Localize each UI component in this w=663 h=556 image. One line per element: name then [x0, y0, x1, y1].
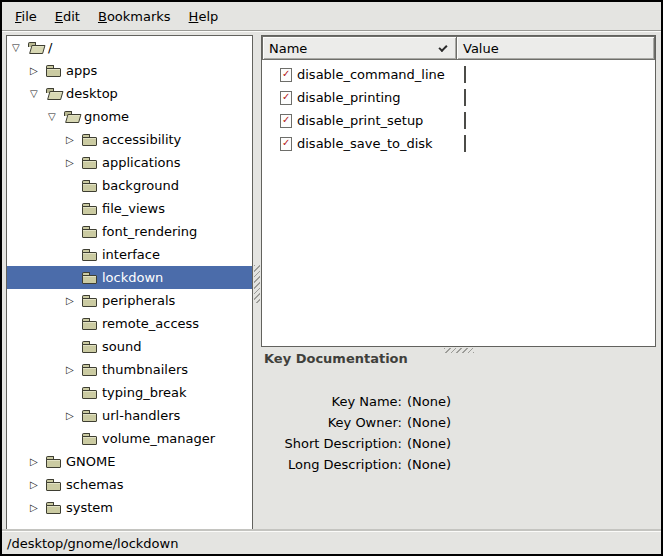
tree-item-accessibility[interactable]: ▷ accessibility	[7, 128, 252, 151]
menu-file[interactable]: File	[6, 5, 46, 28]
folder-icon	[82, 133, 101, 147]
gconf-editor-window: File Edit Bookmarks Help ▽ / ▷ apps ▽ de…	[0, 0, 663, 556]
key-row-disable-save-to-disk[interactable]: disable_save_to_disk	[262, 132, 655, 155]
expander-collapsed-icon[interactable]: ▷	[30, 496, 46, 519]
value-checkbox[interactable]	[464, 89, 466, 106]
tree-item-root[interactable]: ▽ /	[7, 36, 252, 59]
folder-open-icon	[64, 110, 83, 124]
expander-expanded-icon[interactable]: ▽	[12, 36, 28, 59]
doc-field-key-owner: Key Owner: (None)	[261, 412, 659, 433]
divider-grip-icon[interactable]	[254, 265, 260, 303]
folder-icon	[82, 363, 101, 377]
tree-item-thumbnailers[interactable]: ▷ thumbnailers	[7, 358, 252, 381]
sort-descending-icon	[439, 45, 447, 50]
tree-item-background[interactable]: background	[7, 174, 252, 197]
current-path: /desktop/gnome/lockdown	[7, 536, 178, 551]
boolean-key-icon	[280, 137, 292, 151]
folder-icon	[82, 294, 101, 308]
folder-icon	[82, 271, 101, 285]
folder-icon	[82, 340, 101, 354]
tree-item-gnome-caps[interactable]: ▷ GNOME	[7, 450, 252, 473]
menu-help[interactable]: Help	[180, 5, 228, 28]
tree-item-sound[interactable]: sound	[7, 335, 252, 358]
tree-item-font-rendering[interactable]: font_rendering	[7, 220, 252, 243]
tree-item-peripherals[interactable]: ▷ peripherals	[7, 289, 252, 312]
expander-collapsed-icon[interactable]: ▷	[66, 289, 82, 312]
key-list-header: Name Value	[262, 36, 655, 60]
folder-icon	[82, 432, 101, 446]
boolean-key-icon	[280, 114, 292, 128]
value-checkbox[interactable]	[464, 112, 466, 129]
key-list: Name Value disable_command_line disable_…	[261, 35, 656, 347]
tree-item-typing-break[interactable]: typing_break	[7, 381, 252, 404]
menu-edit[interactable]: Edit	[46, 5, 89, 28]
statusbar: /desktop/gnome/lockdown	[2, 531, 661, 554]
tree-item-schemas[interactable]: ▷ schemas	[7, 473, 252, 496]
expander-expanded-icon[interactable]: ▽	[30, 82, 46, 105]
expander-collapsed-icon[interactable]: ▷	[66, 128, 82, 151]
menubar: File Edit Bookmarks Help	[2, 2, 661, 31]
expander-collapsed-icon[interactable]: ▷	[30, 59, 46, 82]
doc-field-long-description: Long Description: (None)	[261, 454, 659, 475]
boolean-key-icon	[280, 68, 292, 82]
folder-icon	[82, 179, 101, 193]
tree-item-system[interactable]: ▷ system	[7, 496, 252, 519]
folder-icon	[82, 248, 101, 262]
key-documentation-title: Key Documentation	[261, 351, 659, 366]
column-header-name[interactable]: Name	[262, 36, 457, 60]
tree-item-desktop[interactable]: ▽ desktop	[7, 82, 252, 105]
menu-bookmarks[interactable]: Bookmarks	[89, 5, 180, 28]
folder-icon	[82, 202, 101, 216]
tree-item-file-views[interactable]: file_views	[7, 197, 252, 220]
folder-open-icon	[28, 41, 47, 55]
folder-icon	[46, 501, 65, 515]
tree-item-gnome[interactable]: ▽ gnome	[7, 105, 252, 128]
folder-icon	[82, 225, 101, 239]
folder-icon	[82, 386, 101, 400]
expander-expanded-icon[interactable]: ▽	[48, 105, 64, 128]
column-header-value[interactable]: Value	[457, 36, 655, 60]
tree-item-volume-manager[interactable]: volume_manager	[7, 427, 252, 450]
expander-collapsed-icon[interactable]: ▷	[30, 473, 46, 496]
doc-field-short-description: Short Description: (None)	[261, 433, 659, 454]
key-documentation-pane: Key Documentation Key Name: (None) Key O…	[261, 351, 659, 531]
tree-item-applications[interactable]: ▷ applications	[7, 151, 252, 174]
expander-collapsed-icon[interactable]: ▷	[30, 450, 46, 473]
config-tree: ▽ / ▷ apps ▽ desktop ▽ gnome ▷ accessibi…	[6, 35, 253, 530]
tree-item-lockdown[interactable]: lockdown	[7, 266, 252, 289]
expander-collapsed-icon[interactable]: ▷	[66, 358, 82, 381]
folder-open-icon	[46, 87, 65, 101]
key-row-disable-command-line[interactable]: disable_command_line	[262, 63, 655, 86]
tree-item-apps[interactable]: ▷ apps	[7, 59, 252, 82]
folder-icon	[46, 64, 65, 78]
tree-item-url-handlers[interactable]: ▷ url-handlers	[7, 404, 252, 427]
folder-icon	[82, 156, 101, 170]
value-checkbox[interactable]	[464, 66, 466, 83]
boolean-key-icon	[280, 91, 292, 105]
expander-collapsed-icon[interactable]: ▷	[66, 404, 82, 427]
key-row-disable-print-setup[interactable]: disable_print_setup	[262, 109, 655, 132]
key-row-disable-printing[interactable]: disable_printing	[262, 86, 655, 109]
folder-icon	[46, 478, 65, 492]
folder-icon	[82, 317, 101, 331]
pane-divider-vertical[interactable]	[253, 35, 261, 530]
doc-field-key-name: Key Name: (None)	[261, 391, 659, 412]
expander-collapsed-icon[interactable]: ▷	[66, 151, 82, 174]
folder-icon	[82, 409, 101, 423]
folder-icon	[46, 455, 65, 469]
value-checkbox[interactable]	[464, 135, 466, 152]
tree-item-remote-access[interactable]: remote_access	[7, 312, 252, 335]
tree-item-interface[interactable]: interface	[7, 243, 252, 266]
